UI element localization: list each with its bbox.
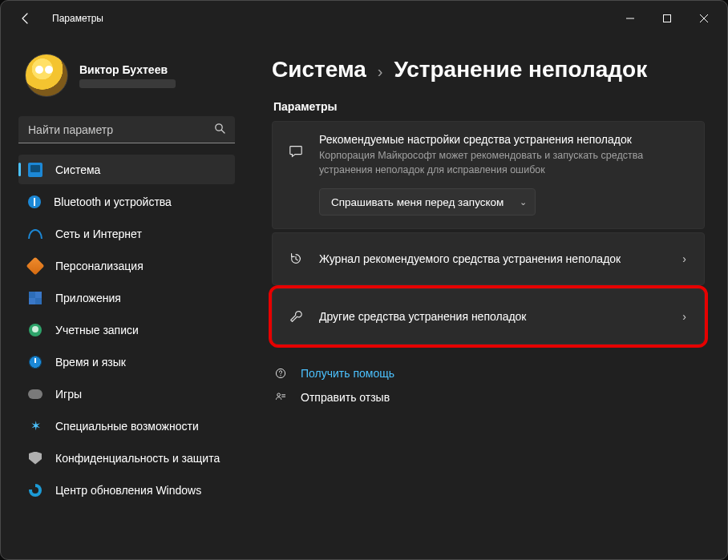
message-icon — [287, 133, 305, 159]
other-troubleshooters-row[interactable]: Другие средства устранения неполадок › — [272, 288, 705, 344]
title-bar: Параметры — [1, 1, 727, 36]
window-controls — [612, 6, 722, 31]
chevron-right-icon: › — [378, 62, 383, 81]
sidebar-item-label: Персонализация — [55, 260, 144, 272]
history-icon — [287, 252, 305, 266]
maximize-button[interactable] — [649, 6, 686, 31]
card-desc: Корпорация Майкрософт может рекомендоват… — [319, 148, 688, 177]
shield-icon — [29, 452, 42, 465]
link-label: Отправить отзыв — [301, 391, 390, 404]
sidebar-item-label: Учетные записи — [55, 324, 139, 336]
troubleshooter-history-row[interactable]: Журнал рекомендуемого средства устранени… — [272, 232, 705, 285]
chevron-right-icon: › — [682, 310, 686, 323]
user-block[interactable]: Виктор Бухтеев — [15, 36, 238, 113]
sidebar-item-label: Система — [55, 163, 100, 176]
link-label: Получить помощь — [301, 367, 394, 380]
chevron-down-icon: ⌄ — [520, 197, 527, 207]
sidebar: Виктор Бухтеев Система Bluetooth и устро… — [1, 36, 248, 559]
breadcrumb-current: Устранение неполадок — [394, 57, 648, 83]
sidebar-item-label: Центр обновления Windows — [55, 484, 201, 497]
breadcrumb: Система › Устранение неполадок — [272, 57, 705, 83]
wrench-icon — [287, 309, 305, 324]
display-icon — [28, 163, 42, 177]
sidebar-item-label: Специальные возможности — [55, 420, 199, 433]
row-label: Другие средства устранения неполадок — [319, 310, 682, 323]
sidebar-item-label: Конфиденциальность и защита — [55, 452, 220, 465]
search-box[interactable] — [18, 116, 235, 143]
sidebar-item-label: Сеть и Интернет — [55, 228, 142, 240]
sidebar-item-network[interactable]: Сеть и Интернет — [18, 219, 235, 248]
sidebar-item-label: Игры — [55, 388, 82, 401]
sidebar-item-bluetooth[interactable]: Bluetooth и устройства — [18, 187, 235, 216]
sidebar-item-label: Bluetooth и устройства — [54, 195, 172, 208]
update-icon — [29, 484, 42, 497]
user-name: Виктор Бухтеев — [79, 63, 176, 76]
sidebar-item-accessibility[interactable]: ✶Специальные возможности — [18, 411, 235, 441]
sidebar-item-time[interactable]: Время и язык — [18, 347, 235, 377]
close-icon — [700, 14, 708, 22]
search-icon — [214, 123, 225, 136]
gamepad-icon — [28, 389, 42, 399]
row-label: Журнал рекомендуемого средства устранени… — [319, 252, 682, 265]
footer-links: Получить помощь Отправить отзыв — [272, 367, 705, 404]
help-icon — [273, 367, 288, 380]
nav-list: Система Bluetooth и устройства Сеть и Ин… — [15, 155, 238, 505]
main-content: Система › Устранение неполадок Параметры… — [248, 36, 727, 559]
chevron-right-icon: › — [682, 252, 686, 265]
feedback-icon — [273, 391, 288, 404]
breadcrumb-parent[interactable]: Система — [272, 57, 366, 83]
sidebar-item-update[interactable]: Центр обновления Windows — [18, 475, 235, 505]
back-button[interactable] — [12, 5, 39, 32]
recommended-settings-card: Рекомендуемые настройки средства устране… — [272, 121, 705, 229]
sidebar-item-apps[interactable]: Приложения — [18, 283, 235, 312]
minimize-icon — [626, 14, 634, 22]
clock-globe-icon — [29, 356, 42, 369]
close-button[interactable] — [686, 6, 722, 31]
maximize-icon — [663, 14, 671, 22]
card-title: Рекомендуемые настройки средства устране… — [319, 133, 688, 146]
sidebar-item-label: Приложения — [55, 292, 121, 304]
sidebar-item-label: Время и язык — [55, 356, 126, 369]
brush-icon — [26, 256, 45, 275]
svg-point-4 — [277, 393, 281, 397]
window-title: Параметры — [52, 13, 103, 24]
sidebar-item-gaming[interactable]: Игры — [18, 379, 235, 409]
sidebar-item-system[interactable]: Система — [18, 155, 235, 184]
grid-icon — [29, 292, 42, 304]
sidebar-item-personalization[interactable]: Персонализация — [18, 251, 235, 280]
user-email-redacted — [79, 79, 176, 88]
arrow-left-icon — [19, 12, 32, 25]
settings-window: Параметры Виктор Бухтеев — [0, 0, 728, 560]
dropdown-value: Спрашивать меня перед запуском — [331, 196, 504, 208]
bluetooth-icon — [28, 195, 41, 208]
person-icon — [29, 324, 42, 336]
search-input[interactable] — [28, 123, 214, 136]
section-label: Параметры — [273, 100, 705, 113]
avatar — [25, 54, 68, 97]
svg-rect-0 — [664, 15, 671, 22]
wifi-icon — [28, 229, 42, 239]
send-feedback-link[interactable]: Отправить отзыв — [273, 391, 705, 404]
get-help-link[interactable]: Получить помощь — [273, 367, 705, 380]
sidebar-item-accounts[interactable]: Учетные записи — [18, 315, 235, 344]
minimize-button[interactable] — [612, 6, 649, 31]
accessibility-icon: ✶ — [28, 419, 42, 433]
troubleshooter-preference-dropdown[interactable]: Спрашивать меня перед запуском ⌄ — [319, 188, 536, 216]
svg-point-3 — [280, 375, 281, 376]
sidebar-item-privacy[interactable]: Конфиденциальность и защита — [18, 443, 235, 473]
